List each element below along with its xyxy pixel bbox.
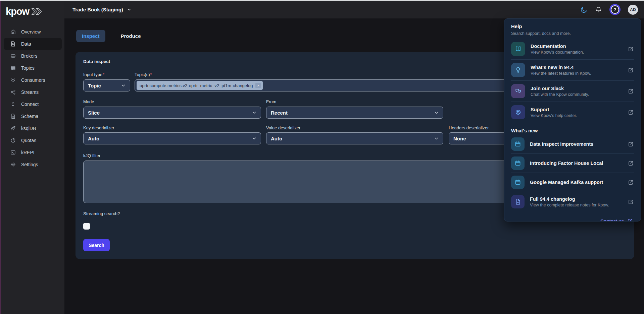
input-type-select[interactable]: Topic <box>83 79 130 91</box>
user-avatar[interactable]: AD <box>628 5 638 15</box>
search-button[interactable]: Search <box>83 239 110 251</box>
from-select[interactable]: Recent <box>266 107 443 119</box>
external-link-icon <box>628 88 634 95</box>
streaming-search-checkbox[interactable] <box>83 223 90 230</box>
sidebar-item-ksqldb[interactable]: ksqlDB <box>4 122 62 134</box>
sidebar-item-brokers[interactable]: Brokers <box>4 50 62 62</box>
bell-icon <box>595 6 602 13</box>
headers-deserializer-value: None <box>449 136 466 141</box>
select-divider <box>430 109 430 116</box>
whats-new-title: Google Managed Kafka support <box>530 180 603 185</box>
required-asterisk: * <box>150 72 152 77</box>
home-icon <box>10 29 16 35</box>
whats-new-item-factor-house-local[interactable]: Introducing Factor House Local <box>511 154 634 173</box>
sidebar-item-krepl[interactable]: kREPL <box>4 146 62 159</box>
value-deserializer-select[interactable]: Auto <box>266 132 443 144</box>
sidebar-item-label: Streams <box>21 89 39 95</box>
sidebar-item-schema[interactable]: Schema <box>4 110 62 122</box>
sidebar-item-label: ksqlDB <box>21 126 36 131</box>
external-link-icon <box>627 218 633 222</box>
card-title: Data inspect <box>83 59 110 64</box>
sidebar-item-streams[interactable]: Streams <box>4 86 62 98</box>
help-link-slack[interactable]: Join our Slack Chat with the Kpow commun… <box>511 81 634 102</box>
environment-name: Trade Book (Staging) <box>72 7 123 12</box>
tab-inspect[interactable]: Inspect <box>76 30 105 42</box>
whats-new-title: Data Inspect improvements <box>530 141 593 147</box>
tab-produce[interactable]: Produce <box>121 30 141 42</box>
select-divider <box>117 82 117 89</box>
whats-new-item-data-inspect[interactable]: Data Inspect improvements <box>511 135 634 154</box>
from-label: From <box>266 99 276 104</box>
sidebar-item-quotas[interactable]: Quotas <box>4 134 62 146</box>
from-value: Recent <box>266 110 288 116</box>
external-link-icon <box>628 179 634 186</box>
external-link-icon <box>628 141 634 147</box>
value-deserializer-value: Auto <box>266 136 282 141</box>
unfold-icon <box>10 101 16 107</box>
chevron-down-icon <box>434 110 439 116</box>
tab-bar: Inspect Produce <box>76 30 141 42</box>
sidebar-item-settings[interactable]: Settings <box>4 159 62 171</box>
help-link-description: Chat with the Kpow community. <box>531 92 589 97</box>
chat-bubbles-icon <box>511 84 525 98</box>
topbar: Trade Book (Staging) ? AD <box>64 1 644 18</box>
help-link-title: Join our Slack <box>531 86 589 91</box>
environment-selector[interactable]: Trade Book (Staging) <box>72 7 132 12</box>
sidebar-item-data[interactable]: Data <box>4 38 62 50</box>
sidebar-item-topics[interactable]: Topics <box>4 62 62 74</box>
help-link-title: Documentation <box>531 44 584 49</box>
sidebar-item-label: Quotas <box>21 138 36 143</box>
rocket-icon <box>10 125 16 131</box>
whats-new-title: Introducing Factor House Local <box>530 161 603 166</box>
kjq-filter-input[interactable] <box>83 161 575 203</box>
share-icon <box>10 89 16 95</box>
help-panel: Help Search support, docs and more. Docu… <box>504 18 641 222</box>
whats-new-item-google-kafka[interactable]: Google Managed Kafka support <box>511 173 634 192</box>
value-deserializer-label: Value deserializer <box>266 125 300 130</box>
chevron-down-icon <box>434 136 439 141</box>
help-link-title: Support <box>531 107 577 112</box>
topic-chip: oprtr.compute.metrics.v2-oprtr_metric_v2… <box>137 81 263 90</box>
topic-chip-label: oprtr.compute.metrics.v2-oprtr_metric_v2… <box>140 83 253 88</box>
help-link-support[interactable]: Support View Kpow's help center. <box>511 102 634 123</box>
sidebar-item-consumers[interactable]: Consumers <box>4 74 62 86</box>
sidebar-item-overview[interactable]: Overview <box>4 26 62 38</box>
help-link-documentation[interactable]: Documentation View Kpow's documentation. <box>511 39 634 60</box>
external-link-icon <box>628 109 634 116</box>
kpow-logo[interactable]: kpow <box>1 1 64 17</box>
document-icon <box>10 113 16 119</box>
contact-us-label: Contact us <box>600 218 624 222</box>
key-deserializer-label: Key deserializer <box>83 125 114 130</box>
sidebar-item-label: Brokers <box>21 53 37 59</box>
pie-chart-icon <box>10 137 16 143</box>
book-icon <box>511 42 525 56</box>
sidebar-item-label: Schema <box>21 114 38 119</box>
help-link-description: View Kpow's documentation. <box>531 50 584 55</box>
calendar-icon <box>511 176 525 189</box>
contact-us-link[interactable]: Contact us <box>511 213 634 222</box>
key-deserializer-select[interactable]: Auto <box>83 132 261 144</box>
help-link-description: View the latest features in Kpow. <box>531 71 591 76</box>
sidebar-item-label: Data <box>21 41 31 47</box>
key-deserializer-value: Auto <box>84 136 99 141</box>
whats-new-item-changelog[interactable]: Full 94.4 changelog View the complete re… <box>511 192 634 211</box>
input-type-label: Input type* <box>83 72 104 77</box>
remove-topic-button[interactable]: × <box>255 83 261 88</box>
notifications-button[interactable] <box>595 6 602 13</box>
theme-toggle-button[interactable] <box>580 6 588 13</box>
input-type-value: Topic <box>84 83 101 88</box>
sidebar-item-connect[interactable]: Connect <box>4 98 62 110</box>
help-panel-title: Help <box>511 23 634 29</box>
logo-chevrons-icon <box>31 8 43 15</box>
help-link-whats-new[interactable]: What's new in 94.4 View the latest featu… <box>511 60 634 81</box>
moon-icon <box>580 6 588 13</box>
logo-text: kpow <box>6 6 29 17</box>
required-asterisk: * <box>103 72 104 77</box>
mode-select[interactable]: Slice <box>83 107 261 119</box>
whats-new-description: View the complete release notes for Kpow… <box>530 203 609 207</box>
help-button[interactable]: ? <box>611 5 619 14</box>
gear-icon <box>10 162 16 168</box>
calendar-icon <box>511 137 525 151</box>
streaming-search-label: Streaming search? <box>83 211 120 216</box>
external-link-icon <box>628 67 634 73</box>
